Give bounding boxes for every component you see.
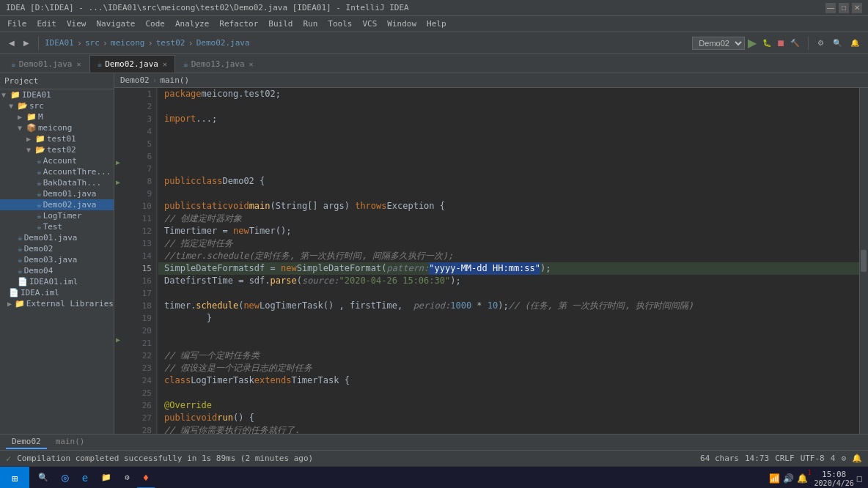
tree-idea01-iml[interactable]: 📄 IDEA01.iml (0, 276, 114, 287)
menu-vcs[interactable]: VCS (358, 18, 381, 30)
menu-build[interactable]: Build (264, 18, 297, 30)
tab-demo01[interactable]: ☕ Demo01.java ✕ (3, 55, 89, 73)
menu-window[interactable]: Window (383, 18, 421, 30)
bottom-tab-main[interactable]: main() (50, 435, 91, 449)
tree-label: IDEA01.iml (29, 277, 78, 286)
notifications-button[interactable]: 🔔 (847, 37, 862, 48)
taskbar-browser[interactable]: e (76, 468, 94, 489)
menu-file[interactable]: File (3, 18, 32, 30)
code-line-20 (158, 325, 859, 337)
intellij-icon: ♦ (143, 472, 149, 484)
tree-demo03[interactable]: ☕ Demo03.java (0, 254, 114, 265)
menu-refactor[interactable]: Refactor (215, 18, 262, 30)
tree-label: test01 (47, 134, 76, 144)
settings-icon: ⚙ (125, 473, 130, 482)
tree-logtimer[interactable]: ☕ LogTimer (0, 210, 114, 221)
code-container[interactable]: ▶ ▶ (114, 88, 868, 434)
taskbar-search[interactable]: 🔍 (32, 468, 54, 489)
gutter-markers: ▶ ▶ (114, 88, 128, 434)
line-num-17: 17 (137, 287, 152, 300)
search-button[interactable]: 🔍 (830, 37, 845, 48)
tree-label: Demo01.java (43, 189, 97, 199)
tab-demo13[interactable]: ☕ Demo13.java ✕ (175, 55, 262, 73)
notification-icon[interactable]: 🔔 (852, 454, 862, 463)
menu-run[interactable]: Run (298, 18, 322, 30)
minimize-button[interactable]: — (825, 3, 836, 13)
taskbar-intellij[interactable]: ♦ (137, 468, 155, 489)
taskbar-cortana[interactable]: ◎ (56, 468, 75, 489)
tab-demo02[interactable]: ☕ Demo02.java ✕ (89, 55, 176, 73)
tree-demo01[interactable]: ☕ Demo01.java (0, 188, 114, 199)
cursor-position[interactable]: 14:73 (745, 454, 769, 463)
taskbar: ⊞ 🔍 ◎ e 📁 ⚙ ♦ 📶 🔊 🔔1 15:08 2020/4/26 □ (0, 466, 868, 488)
menu-code[interactable]: Code (141, 18, 169, 30)
tree-external-libs[interactable]: ▶ 📁 External Libraries (0, 298, 114, 309)
tree-test02[interactable]: ▼ 📂 test02 (0, 144, 114, 155)
gutter-marker-27 (114, 345, 128, 355)
java-icon: ☕ (18, 244, 23, 254)
status-right: 64 chars 14:73 CRLF UTF-8 4 ⚙ 🔔 (700, 454, 862, 463)
tree-accountthre[interactable]: ☕ AccountThre... (0, 166, 114, 177)
menu-help[interactable]: Help (422, 18, 451, 30)
run-config-dropdown[interactable]: Demo02 (692, 37, 745, 50)
menu-navigate[interactable]: Navigate (92, 18, 140, 30)
build-button[interactable]: 🔨 (787, 37, 802, 48)
menu-analyze[interactable]: Analyze (171, 18, 213, 30)
breadcrumb-main[interactable]: main() (160, 75, 189, 85)
line-num-26: 26 (137, 399, 152, 412)
tree-idea-iml[interactable]: 📄 IDEA.iml (0, 287, 114, 298)
tree-demo02[interactable]: ☕ Demo02.java (0, 199, 114, 210)
bottom-tab-demo02[interactable]: Demo02 (6, 435, 47, 449)
line-num-22: 22 (137, 350, 152, 362)
menu-view[interactable]: View (62, 18, 91, 30)
close-button[interactable]: ✕ (852, 3, 862, 13)
tab-demo13-close[interactable]: ✕ (249, 60, 254, 68)
toolbar-forward[interactable]: ▶ (21, 37, 32, 48)
breadcrumb-demo02[interactable]: Demo02 (120, 75, 150, 85)
bottom-bar: Demo02 main() (0, 434, 868, 450)
tab-demo01-close[interactable]: ✕ (76, 60, 81, 68)
tree-test01[interactable]: ▶ 📁 test01 (0, 133, 114, 144)
indent-size: 4 (831, 454, 836, 463)
toolbar-sep3: › (147, 38, 152, 48)
debug-button[interactable]: 🐛 (760, 37, 774, 48)
taskbar-explorer[interactable]: 📁 (95, 468, 117, 489)
tree-test[interactable]: ☕ Test (0, 221, 114, 232)
gutter-run-8[interactable]: ▶ (114, 157, 128, 166)
tree-demo01-2[interactable]: ☕ Demo01.java (0, 232, 114, 243)
taskbar-settings[interactable]: ⚙ (119, 468, 136, 489)
tree-m[interactable]: ▶ 📁 M (0, 111, 114, 122)
gutter-run-10[interactable]: ▶ (114, 177, 128, 186)
toolbar-back[interactable]: ◀ (6, 37, 18, 48)
maximize-button[interactable]: □ (839, 3, 849, 13)
run-button[interactable]: ▶ (748, 36, 757, 50)
window-controls[interactable]: — □ ✕ (825, 3, 862, 13)
tab-demo01-label: Demo01.java (19, 59, 73, 69)
line-numbers: 1 2 3 4 5 6 7 8 9 10 11 12 13 14 15 16 1 (128, 88, 157, 434)
code-editor[interactable]: package meicong.test02; import ...; publ… (158, 88, 859, 434)
tree-bakdatath[interactable]: ☕ BakDataTh... (0, 177, 114, 188)
file-encoding[interactable]: UTF-8 (801, 454, 825, 463)
line-num-8: 8 (137, 175, 152, 188)
start-button[interactable]: ⊞ (0, 467, 29, 489)
breadcrumb-bar: Demo02 › main() (114, 73, 868, 88)
menu-edit[interactable]: Edit (33, 18, 62, 30)
line-separator[interactable]: CRLF (775, 454, 795, 463)
menu-tools[interactable]: Tools (323, 18, 356, 30)
tree-account[interactable]: ☕ Account (0, 155, 114, 166)
scrollbar-thumb[interactable] (861, 250, 867, 272)
tree-src[interactable]: ▼ 📂 src (0, 100, 114, 111)
tree-idea01[interactable]: ▼ 📁 IDEA01 (0, 89, 114, 100)
code-line-26: @Override (158, 399, 859, 412)
tray-notification-center[interactable]: □ (857, 473, 862, 484)
stop-button[interactable]: ■ (777, 37, 784, 50)
toolbar-nav: ◀ ▶ (6, 37, 32, 48)
gutter-run-26[interactable]: ▶ (114, 335, 128, 344)
gutter-marker-2 (114, 97, 128, 107)
settings-button[interactable]: ⚙ (814, 37, 827, 48)
tray-notification-icon[interactable]: 🔔1 (797, 473, 812, 484)
tab-demo02-close[interactable]: ✕ (163, 60, 167, 68)
tree-demo04[interactable]: ☕ Demo04 (0, 265, 114, 276)
tree-meicong[interactable]: ▼ 📦 meicong (0, 122, 114, 133)
tree-demo02-2[interactable]: ☕ Demo02 (0, 243, 114, 254)
